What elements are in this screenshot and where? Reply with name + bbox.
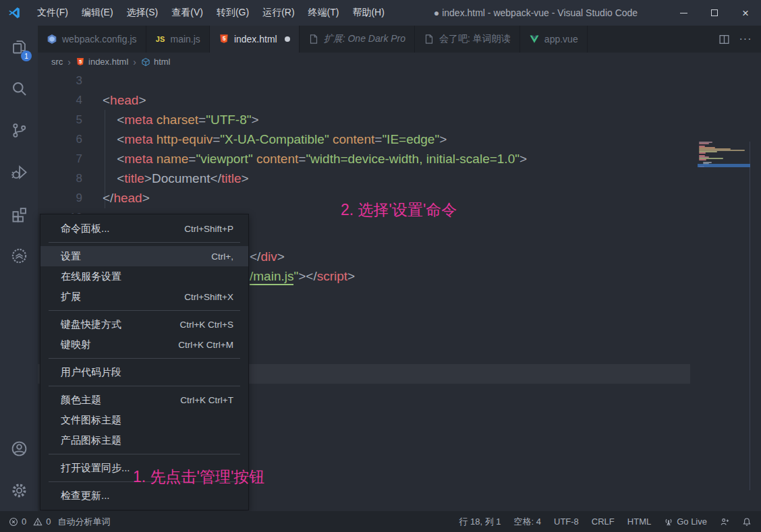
vscode-logo <box>7 6 21 20</box>
file-icon <box>308 34 319 45</box>
menubar-item[interactable]: 运行(R) <box>256 0 301 26</box>
status-errors[interactable]: 0 <box>9 516 26 527</box>
menubar-item[interactable]: 转到(G) <box>210 0 256 26</box>
menu-item-label: 检查更新... <box>61 490 110 502</box>
menubar-item[interactable]: 查看(V) <box>165 0 210 26</box>
menu-item-label: 颜色主题 <box>61 394 101 407</box>
modified-dot-icon <box>285 36 290 42</box>
activitybar-run-debug[interactable] <box>0 151 38 193</box>
menu-item-product-icon-theme[interactable]: 产品图标主题 <box>40 430 248 450</box>
menu-item-file-icon-theme[interactable]: 文件图标主题 <box>40 410 248 430</box>
activitybar-accounts[interactable] <box>0 427 38 469</box>
menu-item-settings[interactable]: 设置Ctrl+, <box>40 246 248 266</box>
vue-icon <box>529 34 540 45</box>
menu-item-command-palette[interactable]: 命令面板...Ctrl+Shift+P <box>40 218 248 239</box>
status-go-live[interactable]: Go Live <box>664 516 707 527</box>
minimap[interactable] <box>698 142 750 490</box>
activitybar-word-extension[interactable] <box>0 235 38 276</box>
status-eol[interactable]: CRLF <box>592 516 615 527</box>
tab-word-reader[interactable]: 会了吧: 单词朗读 <box>415 26 520 53</box>
menu-item-settings-sync[interactable]: 打开设置同步... <box>40 458 248 478</box>
maximize-icon <box>711 9 718 16</box>
activitybar-source-control[interactable] <box>0 109 38 151</box>
menubar-item[interactable]: 文件(F) <box>30 0 75 26</box>
status-warnings[interactable]: 0 <box>33 516 51 527</box>
code-fragment: </div> <box>250 247 285 266</box>
menu-item-label: 在线服务设置 <box>61 270 121 283</box>
tab-index-html[interactable]: 5index.html <box>210 26 300 53</box>
code-token: < <box>117 132 124 146</box>
code-token: Document <box>152 171 210 185</box>
webpack-icon <box>47 34 57 45</box>
code-token: = <box>213 132 220 146</box>
code-token <box>103 113 117 127</box>
code-token: = <box>198 113 206 127</box>
activitybar-explorer[interactable]: 1 <box>0 26 38 67</box>
code-token: > <box>277 249 285 264</box>
tab-webpack-config-js[interactable]: webpack.config.js <box>38 26 146 53</box>
breadcrumb-item[interactable]: src <box>51 57 63 67</box>
menu-item-keymaps[interactable]: 键映射Ctrl+K Ctrl+M <box>40 334 248 355</box>
tab-main-js[interactable]: JSmain.js <box>146 26 210 53</box>
status-cursor-position[interactable]: 行 18, 列 1 <box>459 516 501 528</box>
menubar-item[interactable]: 选择(S) <box>120 0 165 26</box>
status-indentation[interactable]: 空格: 4 <box>514 516 541 528</box>
minimize-button[interactable] <box>668 0 699 26</box>
menubar-item[interactable]: 终端(T) <box>302 0 346 26</box>
status-encoding[interactable]: UTF-8 <box>554 516 579 527</box>
breadcrumb-item[interactable]: html <box>141 57 171 67</box>
status-label: Go Live <box>677 516 707 527</box>
menu-item-shortcut: Ctrl+Shift+X <box>184 292 233 302</box>
breadcrumb: src›5index.html›html <box>38 53 761 71</box>
more-actions-button[interactable]: ··· <box>738 32 753 47</box>
tab-app-vue[interactable]: app.vue <box>520 26 588 53</box>
menu-item-label: 文件图标主题 <box>61 414 121 427</box>
status-feedback[interactable] <box>720 517 729 527</box>
js-icon: JS <box>155 34 166 45</box>
tab-ext-one-dark-pro[interactable]: 扩展: One Dark Pro <box>300 26 415 53</box>
menu-item-user-snippets[interactable]: 用户代码片段 <box>40 362 248 382</box>
code-token: < <box>103 93 110 107</box>
menu-item-label: 打开设置同步... <box>61 462 130 475</box>
code-line: 9</head> <box>38 188 690 208</box>
menu-item-label: 设置 <box>61 250 81 263</box>
status-notifications[interactable] <box>742 517 752 527</box>
bell-icon <box>742 517 752 527</box>
code-token: < <box>117 113 124 127</box>
code-token: head <box>113 191 142 205</box>
line-number: 7 <box>38 149 82 169</box>
status-word-analysis[interactable]: 自动分析单词 <box>57 516 110 528</box>
code-lines: 34<head>5 <meta charset="UTF-8">6 <meta … <box>38 71 690 227</box>
code-token <box>103 132 117 146</box>
activitybar-manage[interactable] <box>0 469 38 511</box>
gear-icon <box>10 481 28 500</box>
activitybar-extensions[interactable] <box>0 193 38 235</box>
status-label: 空格: 4 <box>514 516 541 528</box>
error-icon <box>9 517 18 527</box>
status-language-mode[interactable]: HTML <box>627 516 651 527</box>
code-token: > <box>439 132 447 146</box>
code-token: /main.js <box>250 269 293 285</box>
window-title: ● index.html - webpack-vue - Visual Stud… <box>405 7 667 18</box>
menu-item-color-theme[interactable]: 颜色主题Ctrl+K Ctrl+T <box>40 390 248 410</box>
menu-item-shortcut: Ctrl+, <box>211 252 233 262</box>
close-button[interactable]: × <box>730 0 761 26</box>
minimap-line <box>699 152 706 154</box>
menu-item-online-services[interactable]: 在线服务设置 <box>40 266 248 287</box>
activitybar-search[interactable] <box>0 67 38 109</box>
menu-item-shortcut: Ctrl+K Ctrl+T <box>180 395 233 405</box>
tab-label: 扩展: One Dark Pro <box>324 33 405 45</box>
menu-item-extensions[interactable]: 扩展Ctrl+Shift+X <box>40 287 248 307</box>
maximize-button[interactable] <box>699 0 730 26</box>
menu-item-check-updates[interactable]: 检查更新... <box>40 485 248 506</box>
menubar-item[interactable]: 编辑(E) <box>75 0 120 26</box>
code-token: script <box>317 269 347 283</box>
split-editor-button[interactable] <box>716 32 731 47</box>
activity-bar-bottom <box>0 427 38 511</box>
menubar-item[interactable]: 帮助(H) <box>345 0 391 26</box>
more-icon: ··· <box>739 33 752 45</box>
file-icon <box>424 34 434 45</box>
code-token: > <box>142 191 150 205</box>
menu-item-keyboard-shortcuts[interactable]: 键盘快捷方式Ctrl+K Ctrl+S <box>40 314 248 334</box>
breadcrumb-item[interactable]: 5index.html <box>76 57 128 67</box>
